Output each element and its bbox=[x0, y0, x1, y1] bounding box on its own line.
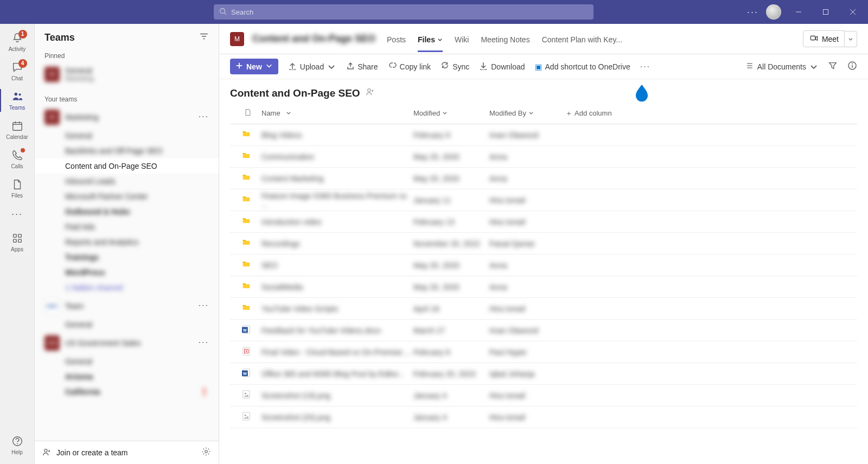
type-column-icon[interactable] bbox=[244, 107, 252, 119]
window-maximize-button[interactable] bbox=[816, 4, 835, 20]
sync-button[interactable]: Sync bbox=[441, 61, 469, 72]
list-icon bbox=[745, 61, 754, 72]
file-row[interactable]: YouTube Video ScriptsApril 18Hira Ismail bbox=[230, 298, 857, 320]
team-more-button[interactable]: ··· bbox=[199, 112, 209, 122]
rail-chat[interactable]: 4 Chat bbox=[0, 56, 35, 86]
filter-icon[interactable] bbox=[199, 31, 209, 43]
upload-button[interactable]: Upload bbox=[288, 61, 336, 72]
team-row[interactable]: UGUS Government Sales bbox=[35, 332, 219, 354]
rail-calendar-label: Calendar bbox=[6, 134, 28, 140]
channel-title: Content and On-Page SEO bbox=[252, 33, 375, 45]
apps-icon bbox=[11, 232, 23, 245]
team-avatar: M bbox=[230, 32, 244, 46]
tab-posts[interactable]: Posts bbox=[387, 27, 406, 52]
file-row[interactable]: Final Video - Cloud-Based vs On-Premise … bbox=[230, 341, 857, 363]
channel-row[interactable]: 1 hidden channel bbox=[35, 280, 219, 295]
file-modified-by: Hira Ismail bbox=[489, 413, 525, 422]
user-avatar[interactable] bbox=[766, 4, 781, 20]
info-button[interactable] bbox=[847, 61, 857, 72]
window-minimize-button[interactable] bbox=[789, 4, 808, 20]
channel-row[interactable]: Paid Ads bbox=[35, 219, 219, 234]
file-row[interactable]: CommunicationMay 20, 2020Anna bbox=[230, 146, 857, 168]
copy-link-button[interactable]: Copy link bbox=[388, 61, 431, 72]
activity-badge: 1 bbox=[18, 30, 27, 39]
page-title: Content and On-Page SEO bbox=[230, 87, 360, 99]
channel-row[interactable]: Trainings bbox=[35, 250, 219, 265]
search-input[interactable]: Search bbox=[214, 4, 593, 20]
file-name: Feature Image O365 Business Premium vs .… bbox=[261, 192, 413, 209]
channel-row[interactable]: Inbound Leads bbox=[35, 174, 219, 189]
nav-back-button[interactable] bbox=[8, 5, 14, 19]
manage-teams-gear-icon[interactable] bbox=[201, 447, 211, 459]
new-label: New bbox=[246, 62, 262, 71]
tab-files[interactable]: Files bbox=[418, 27, 443, 52]
file-row[interactable]: Office 365 and M365 Blog Post by Editor.… bbox=[230, 363, 857, 385]
download-button[interactable]: Download bbox=[479, 61, 525, 72]
file-modified-by: Hira Ismail bbox=[489, 196, 525, 205]
tab-content-plan[interactable]: Content Plan with Key... bbox=[542, 27, 622, 52]
rail-more-button[interactable]: ··· bbox=[11, 205, 23, 227]
channel-row[interactable]: Arizona bbox=[35, 369, 219, 384]
add-shortcut-button[interactable]: ▣Add shortcut to OneDrive bbox=[535, 62, 630, 71]
team-more-button[interactable]: ··· bbox=[199, 338, 209, 347]
filter-button[interactable] bbox=[828, 61, 838, 72]
file-row[interactable]: RecordingsNovember 20, 2022Faisal Qamar bbox=[230, 233, 857, 255]
rail-calls[interactable]: Calls bbox=[0, 144, 35, 174]
tab-wiki[interactable]: Wiki bbox=[455, 27, 469, 52]
tab-meeting-notes[interactable]: Meeting Notes bbox=[481, 27, 529, 52]
team-row[interactable]: OMCTeam bbox=[35, 295, 219, 317]
file-row[interactable]: Blog VideosFebruary 9Iman Olawood bbox=[230, 124, 857, 146]
rail-apps[interactable]: Apps bbox=[0, 227, 35, 257]
window-close-button[interactable] bbox=[843, 4, 863, 20]
view-selector[interactable]: All Documents bbox=[745, 61, 818, 72]
rail-files[interactable]: Files bbox=[0, 174, 35, 203]
rail-calendar[interactable]: Calendar bbox=[0, 115, 35, 144]
modified-by-column-header[interactable]: Modified By bbox=[489, 109, 565, 117]
file-row[interactable]: SEOMay 20, 2020Anna bbox=[230, 255, 857, 276]
channel-row[interactable]: Outbound & Hubs bbox=[35, 204, 219, 219]
folder-icon bbox=[241, 217, 252, 227]
toolbar-more-button[interactable]: ··· bbox=[640, 62, 650, 72]
meet-button[interactable]: Meet bbox=[803, 30, 845, 47]
file-modified: February 6 bbox=[413, 348, 450, 357]
members-icon[interactable] bbox=[366, 87, 375, 99]
channel-row[interactable]: General bbox=[35, 354, 219, 369]
file-row[interactable]: Screenshot (20).pngJanuary 4Hira Ismail bbox=[230, 406, 857, 428]
chevron-down-icon bbox=[440, 109, 448, 117]
channel-row[interactable]: Microsoft Partner Center bbox=[35, 189, 219, 204]
channel-row[interactable]: Backlinks and Off-Page SEO bbox=[35, 143, 219, 158]
file-row[interactable]: Feature Image O365 Business Premium vs .… bbox=[230, 189, 857, 211]
folder-icon bbox=[241, 195, 252, 205]
file-row[interactable]: Content MarketingMay 20, 2020Anna bbox=[230, 168, 857, 189]
pinned-channel[interactable]: M General Marketing bbox=[35, 63, 219, 86]
share-button[interactable]: Share bbox=[346, 61, 378, 72]
settings-more-button[interactable]: ··· bbox=[747, 7, 758, 18]
app-rail: 1 Activity 4 Chat Teams Calendar Calls F… bbox=[0, 24, 35, 464]
file-row[interactable]: Screenshot (19).pngJanuary 4Hira Ismail bbox=[230, 385, 857, 406]
rail-teams[interactable]: Teams bbox=[0, 86, 35, 115]
rail-activity[interactable]: 1 Activity bbox=[0, 27, 35, 56]
file-row[interactable]: Feedback for YouTube Videos.docxMarch 27… bbox=[230, 320, 857, 341]
channel-row[interactable]: WordPress bbox=[35, 265, 219, 280]
channel-row[interactable]: General bbox=[35, 317, 219, 332]
plus-icon: ＋ bbox=[565, 109, 572, 118]
channel-row[interactable]: General bbox=[35, 128, 219, 143]
file-row[interactable]: SocialMediaMay 20, 2020Anna bbox=[230, 276, 857, 298]
join-create-team-button[interactable]: Join or create a team bbox=[42, 447, 128, 459]
team-more-button[interactable]: ··· bbox=[199, 301, 209, 310]
share-icon bbox=[346, 61, 354, 72]
name-column-header[interactable]: Name bbox=[261, 109, 413, 117]
help-icon bbox=[11, 435, 23, 448]
file-row[interactable]: Introduction videoFebruary 13Hira Ismail bbox=[230, 211, 857, 233]
team-row[interactable]: MMarketing bbox=[35, 106, 219, 128]
file-modified: March 27 bbox=[413, 326, 445, 335]
channel-row[interactable]: California❗ bbox=[35, 384, 219, 399]
new-button[interactable]: New bbox=[230, 59, 278, 74]
channel-row[interactable]: Reports and Analytics bbox=[35, 234, 219, 250]
modified-column-header[interactable]: Modified bbox=[413, 109, 489, 117]
meet-split-button[interactable] bbox=[845, 31, 857, 47]
nav-forward-button[interactable] bbox=[18, 5, 25, 19]
add-column-button[interactable]: ＋Add column bbox=[565, 109, 641, 118]
channel-row[interactable]: Content and On-Page SEO bbox=[35, 158, 219, 174]
rail-help[interactable]: Help bbox=[0, 430, 35, 460]
